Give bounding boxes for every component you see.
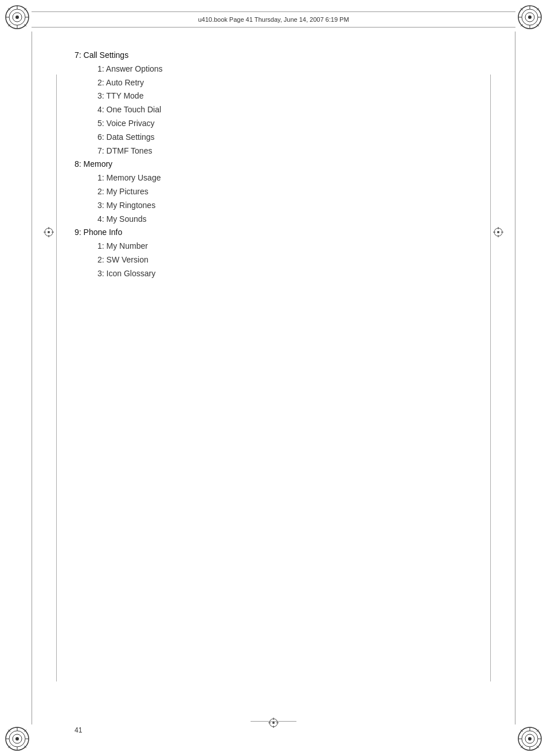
menu-sub-item-7-2: 2: Auto Retry [75,76,472,90]
menu-sub-item-9-3: 3: Icon Glossary [75,267,472,281]
svg-point-61 [272,722,275,724]
corner-decoration-bl [5,726,30,751]
svg-point-15 [528,15,532,19]
corner-decoration-br [517,726,542,751]
svg-point-55 [497,231,499,233]
corner-decoration-tr [517,5,542,30]
menu-sub-item-7-5: 5: Voice Privacy [75,117,472,131]
menu-sub-item-7-3: 3: TTY Mode [75,89,472,103]
side-line-left [56,75,57,681]
menu-sub-item-8-3: 3: My Ringtones [75,199,472,213]
corner-decoration-tl [5,5,30,30]
svg-point-27 [15,737,19,741]
menu-sub-item-8-1: 1: Memory Usage [75,171,472,185]
cross-left [43,226,54,238]
svg-point-49 [48,231,50,233]
svg-point-3 [15,15,19,19]
page-number: 41 [75,726,82,734]
cross-bottom-center [268,717,279,728]
menu-sub-item-8-4: 4: My Sounds [75,213,472,226]
header-bar: u410.book Page 41 Thursday, June 14, 200… [32,11,515,28]
menu-section-9: 9: Phone Info [75,226,472,240]
menu-section-8: 8: Memory [75,158,472,171]
menu-sub-item-7-7: 7: DTMF Tones [75,144,472,158]
menu-sub-item-9-1: 1: My Number [75,240,472,253]
main-content: 7: Call Settings 1: Answer Options 2: Au… [75,49,472,281]
cross-right [493,226,504,238]
menu-sub-item-7-4: 4: One Touch Dial [75,103,472,117]
menu-sub-item-7-6: 6: Data Settings [75,131,472,144]
menu-section-7: 7: Call Settings [75,49,472,62]
header-text: u410.book Page 41 Thursday, June 14, 200… [198,16,349,23]
svg-point-39 [528,737,532,741]
menu-sub-item-7-1: 1: Answer Options [75,62,472,76]
side-line-right [490,75,491,681]
menu-sub-item-8-2: 2: My Pictures [75,185,472,199]
menu-sub-item-9-2: 2: SW Version [75,253,472,267]
